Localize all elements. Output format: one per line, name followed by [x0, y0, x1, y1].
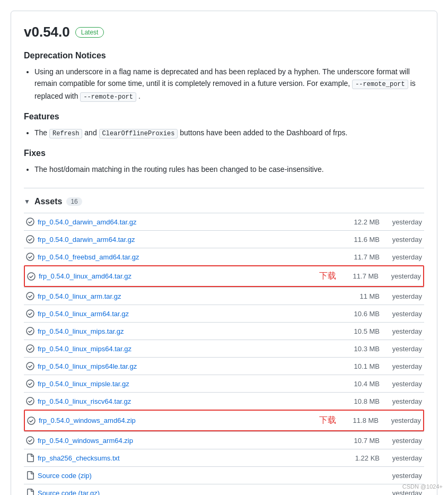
archive-icon [26, 379, 34, 388]
asset-row: Source code (zip)yesterday [24, 466, 424, 484]
asset-size: 10.6 MB [337, 310, 380, 318]
asset-icon [26, 471, 34, 480]
svg-point-12 [27, 437, 34, 444]
asset-size: 1.22 KB [337, 454, 380, 462]
archive-icon [26, 327, 34, 335]
archive-icon [26, 344, 34, 353]
code-refresh: Refresh [49, 129, 82, 138]
asset-size: 10.3 MB [337, 345, 380, 353]
source-icon [26, 471, 34, 480]
asset-icon [26, 309, 34, 318]
asset-row: frp_0.54.0_linux_mips64le.tar.gz10.1 MBy… [24, 357, 424, 375]
asset-date: yesterday [380, 437, 422, 445]
asset-icon [26, 436, 34, 445]
asset-row: frp_0.54.0_linux_riscv64.tar.gz10.8 MBye… [24, 392, 424, 410]
features-text-middle: and [82, 128, 99, 137]
features-heading: Features [24, 112, 424, 121]
asset-size: 11.7 MB [337, 253, 380, 261]
asset-date: yesterday [380, 310, 422, 318]
assets-toggle[interactable]: ▼ [24, 198, 30, 205]
asset-icon [26, 362, 34, 370]
asset-row: Source code (tar.gz)yesterday [24, 484, 424, 495]
asset-link[interactable]: frp_0.54.0_linux_arm64.tar.gz [38, 310, 337, 318]
asset-size: 10.8 MB [337, 397, 380, 405]
features-text-before: The [34, 128, 49, 137]
version-title: v0.54.0 [24, 24, 70, 40]
asset-row: frp_0.54.0_linux_amd64.tar.gz下载11.7 MBye… [24, 265, 424, 287]
asset-icon [27, 416, 36, 425]
asset-icon [26, 218, 34, 226]
archive-icon [27, 272, 36, 281]
svg-point-4 [27, 292, 34, 300]
asset-row: frp_0.54.0_linux_arm64.tar.gz10.6 MByest… [24, 305, 424, 322]
download-label: 下载 [319, 415, 336, 426]
asset-link[interactable]: frp_0.54.0_linux_mips64.tar.gz [38, 345, 337, 353]
deprecation-text-after: . [136, 92, 140, 100]
asset-date: yesterday [380, 380, 422, 388]
asset-date: yesterday [380, 489, 422, 495]
asset-row: frp_0.54.0_darwin_arm64.tar.gz11.6 MByes… [24, 230, 424, 248]
asset-row: frp_0.54.0_windows_amd64.zip下载11.8 MByes… [24, 410, 424, 431]
asset-size: 10.5 MB [337, 327, 380, 335]
svg-point-0 [27, 218, 34, 225]
archive-icon [26, 436, 34, 445]
asset-date: yesterday [380, 236, 422, 244]
svg-point-5 [27, 310, 34, 317]
archive-icon [26, 253, 34, 261]
svg-point-7 [27, 345, 34, 352]
asset-row: frp_0.54.0_linux_mipsle.tar.gz10.4 MByes… [24, 375, 424, 392]
asset-link[interactable]: frp_0.54.0_linux_arm.tar.gz [38, 292, 337, 300]
asset-link[interactable]: frp_0.54.0_windows_amd64.zip [39, 416, 311, 424]
asset-icon [26, 253, 34, 261]
asset-link[interactable]: frp_0.54.0_linux_amd64.tar.gz [39, 272, 311, 280]
asset-link[interactable]: frp_0.54.0_linux_riscv64.tar.gz [38, 397, 337, 405]
asset-link[interactable]: Source code (zip) [38, 472, 337, 480]
features-text-after: buttons have been added to the Dashboard… [178, 128, 347, 137]
code-remote-port-underscore: --remote_port [352, 80, 408, 89]
archive-icon [26, 362, 34, 370]
svg-point-11 [28, 417, 35, 424]
archive-icon [26, 397, 34, 405]
asset-date: yesterday [380, 454, 422, 462]
svg-point-8 [27, 362, 34, 370]
features-list: The Refresh and ClearOfflineProxies butt… [24, 127, 424, 139]
asset-size: 11.7 MB [336, 272, 379, 280]
asset-icon [26, 235, 34, 244]
asset-icon [26, 292, 34, 300]
asset-icon [26, 397, 34, 405]
asset-date: yesterday [380, 472, 422, 480]
code-clear-offline: ClearOfflineProxies [99, 129, 178, 138]
assets-header: ▼ Assets 16 [24, 197, 424, 206]
asset-icon [26, 327, 34, 335]
asset-link[interactable]: frp_0.54.0_linux_mips64le.tar.gz [38, 362, 337, 370]
asset-link[interactable]: frp_sha256_checksums.txt [38, 454, 337, 462]
asset-link[interactable]: frp_0.54.0_linux_mips.tar.gz [38, 327, 337, 335]
asset-icon [26, 454, 34, 462]
asset-link[interactable]: frp_0.54.0_darwin_amd64.tar.gz [38, 218, 337, 226]
asset-size: 11.6 MB [337, 236, 380, 244]
text-file-icon [26, 454, 34, 462]
code-remote-port-hyphen: --remote-port [80, 92, 136, 102]
asset-link[interactable]: frp_0.54.0_darwin_arm64.tar.gz [38, 236, 337, 244]
archive-icon [27, 416, 36, 425]
assets-list: frp_0.54.0_darwin_amd64.tar.gz12.2 MByes… [24, 213, 424, 495]
asset-link[interactable]: frp_0.54.0_freebsd_amd64.tar.gz [38, 253, 337, 261]
asset-date: yesterday [380, 327, 422, 335]
asset-row: frp_sha256_checksums.txt1.22 KByesterday [24, 449, 424, 466]
asset-size: 10.4 MB [337, 380, 380, 388]
svg-point-6 [27, 327, 34, 335]
asset-date: yesterday [379, 416, 421, 424]
asset-link[interactable]: frp_0.54.0_windows_arm64.zip [38, 437, 337, 445]
fixes-text: The host/domain matching in the routing … [34, 165, 324, 173]
svg-point-1 [27, 236, 34, 243]
deprecation-heading: Deprecation Notices [24, 51, 424, 60]
asset-icon [26, 489, 34, 495]
asset-link[interactable]: Source code (tar.gz) [38, 489, 337, 495]
archive-icon [26, 292, 34, 300]
deprecation-list: Using an underscore in a flag name is de… [24, 66, 424, 102]
asset-date: yesterday [380, 253, 422, 261]
svg-point-2 [27, 253, 34, 260]
archive-icon [26, 235, 34, 244]
asset-link[interactable]: frp_0.54.0_linux_mipsle.tar.gz [38, 380, 337, 388]
asset-row: frp_0.54.0_linux_mips64.tar.gz10.3 MByes… [24, 340, 424, 357]
